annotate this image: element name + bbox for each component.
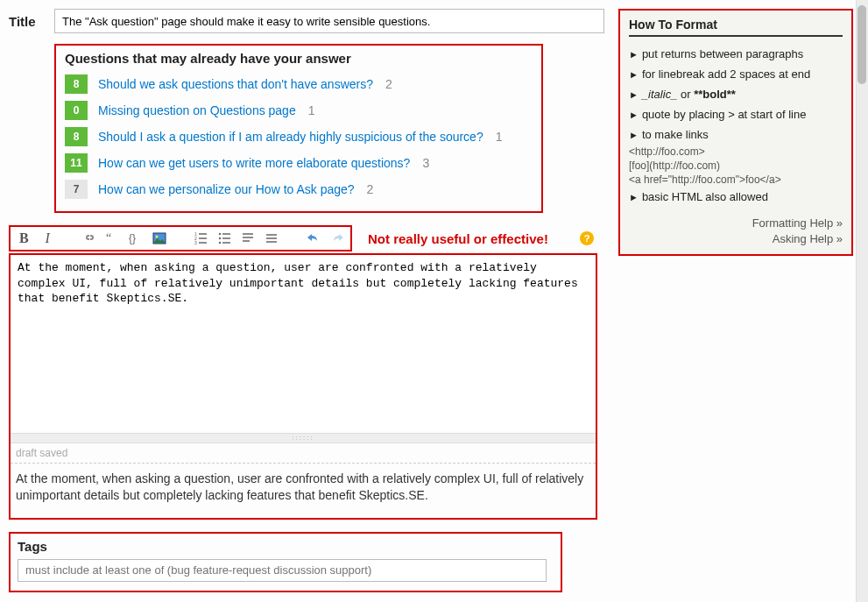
title-label: Title <box>9 14 54 29</box>
howto-help-links: Formatting Help »Asking Help » <box>629 216 843 247</box>
duplicate-link[interactable]: How can we personalize our How to Ask pa… <box>98 182 355 196</box>
howto-help-link[interactable]: Formatting Help » <box>629 216 843 231</box>
vote-count-badge: 8 <box>65 127 88 146</box>
tags-label: Tags <box>18 539 554 554</box>
draft-status: draft saved <box>11 443 596 461</box>
duplicate-link[interactable]: Missing question on Questions page <box>98 103 296 117</box>
editor-toolbar: B I “ {} 123 <box>9 225 352 251</box>
olist-icon[interactable]: 123 <box>194 230 210 247</box>
howto-item: ►_italic_ or **bold** <box>629 84 843 104</box>
vote-count-badge: 8 <box>65 74 88 94</box>
svg-text:3: 3 <box>194 240 197 245</box>
vote-count-badge: 11 <box>65 153 88 173</box>
answer-count: 1 <box>308 103 315 117</box>
answer-count: 2 <box>385 77 392 91</box>
howto-list-2: ►basic HTML also allowed <box>629 187 843 207</box>
quote-icon[interactable]: “ <box>104 230 121 247</box>
hr-icon[interactable] <box>264 230 280 247</box>
howto-item: ►quote by placing > at start of line <box>629 104 843 124</box>
body-textarea[interactable] <box>11 255 596 430</box>
svg-point-7 <box>218 233 220 235</box>
vote-count-badge: 0 <box>65 101 88 120</box>
heading-icon[interactable] <box>240 230 257 247</box>
duplicate-item: 8Should I ask a question if I am already… <box>65 124 533 150</box>
code-icon[interactable]: {} <box>128 230 145 247</box>
scrollbar[interactable] <box>856 0 868 602</box>
preview-text: At the moment, when asking a question, u… <box>11 465 596 518</box>
duplicate-link[interactable]: How can we get users to write more elabo… <box>98 156 410 170</box>
duplicate-item: 11How can we get users to write more ela… <box>65 150 533 176</box>
svg-point-8 <box>218 237 220 239</box>
howto-format-box: How To Format ►put returns between parag… <box>618 9 853 256</box>
title-input[interactable] <box>54 9 604 33</box>
scroll-thumb[interactable] <box>857 5 866 84</box>
howto-example: <a href="http://foo.com">foo</a> <box>629 173 843 187</box>
duplicate-item: 0Missing question on Questions page 1 <box>65 97 533 124</box>
answer-count: 3 <box>422 156 429 170</box>
duplicate-link[interactable]: Should I ask a question if I am already … <box>98 130 483 144</box>
help-icon[interactable]: ? <box>580 231 594 245</box>
howto-item: ►basic HTML also allowed <box>629 187 843 207</box>
duplicate-item: 8Should we ask questions that don't have… <box>65 71 533 97</box>
howto-item: ►put returns between paragraphs <box>629 44 843 64</box>
vote-count-badge: 7 <box>65 180 88 199</box>
howto-item: ►for linebreak add 2 spaces at end <box>629 64 843 84</box>
howto-list: ►put returns between paragraphs►for line… <box>629 44 843 145</box>
svg-point-9 <box>218 242 220 244</box>
duplicate-link[interactable]: Should we ask questions that don't have … <box>98 77 373 91</box>
bold-button[interactable]: B <box>16 230 32 247</box>
toolbar-row: B I “ {} 123 Not really useful or effect… <box>9 225 597 251</box>
resize-grip[interactable]: :::::: <box>11 433 596 443</box>
italic-button[interactable]: I <box>39 230 56 247</box>
answer-count: 2 <box>367 182 374 196</box>
duplicates-box: Questions that may already have your ans… <box>54 44 543 213</box>
ulist-icon[interactable] <box>216 230 233 247</box>
title-row: Title <box>9 9 604 33</box>
howto-title: How To Format <box>629 18 843 37</box>
tags-box: Tags <box>9 532 562 592</box>
svg-text:{}: {} <box>129 232 136 244</box>
howto-help-link[interactable]: Asking Help » <box>629 231 843 247</box>
image-icon[interactable] <box>152 230 168 247</box>
link-icon[interactable] <box>81 230 98 247</box>
undo-icon[interactable] <box>306 230 322 247</box>
howto-item: ►to make links <box>629 124 843 145</box>
annotation-text: Not really useful or effective! <box>368 231 548 246</box>
divider <box>11 463 596 464</box>
tags-input[interactable] <box>18 559 547 582</box>
svg-text:“: “ <box>106 231 111 244</box>
howto-example: [foo](http://foo.com) <box>629 159 843 173</box>
editor-box: :::::: draft saved At the moment, when a… <box>9 253 597 520</box>
svg-point-3 <box>156 236 159 238</box>
duplicate-item: 7How can we personalize our How to Ask p… <box>65 176 533 202</box>
howto-example: <http://foo.com> <box>629 145 843 159</box>
redo-icon[interactable] <box>328 230 345 247</box>
answer-count: 1 <box>496 130 503 144</box>
duplicates-heading: Questions that may already have your ans… <box>65 51 533 66</box>
